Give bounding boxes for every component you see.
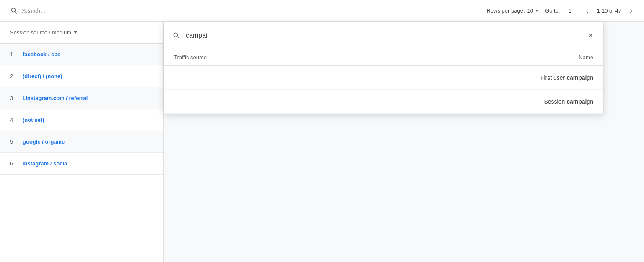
row-number: 6 [10,160,23,167]
next-page-button[interactable]: › [628,5,634,17]
rows-per-page: Rows per page: 10 [487,8,539,14]
table-row: 2 (direct) / (none) [0,66,163,87]
top-bar: Search... Rows per page: 10 Go to: ‹ 1-1… [0,0,644,22]
goto-area: Go to: [545,8,577,14]
row-value[interactable]: (direct) / (none) [23,73,62,79]
row-number: 4 [10,117,23,123]
row-value[interactable]: facebook / cpc [23,51,60,58]
result-name-suffix: gn [587,74,593,81]
row-value[interactable]: google / organic [23,139,65,145]
search-icon [10,7,18,15]
dropdown-results: First user campaign Session campaign [164,66,603,114]
result-name-bold: campai [566,74,587,81]
row-number: 3 [10,95,23,101]
goto-input[interactable] [562,8,577,14]
row-number: 2 [10,73,23,79]
row-value[interactable]: (not set) [23,117,44,123]
dropdown-search-input[interactable] [186,32,582,39]
row-number: 5 [10,139,23,145]
column-header: Session source / medium [0,22,163,44]
rows-per-page-value: 10 [527,8,533,14]
left-panel: Session source / medium 1 facebook / cpc… [0,22,164,262]
search-area[interactable]: Search... [10,7,45,15]
result-name-bold: campai [566,98,587,105]
prev-page-button[interactable]: ‹ [584,5,590,17]
result-name-prefix: First user [540,74,566,81]
result-row[interactable]: First user campaign [164,66,603,90]
row-value[interactable]: l.instagram.com / referral [23,95,88,101]
close-button[interactable]: × [587,29,595,42]
rows-per-page-chevron-icon [535,10,538,12]
table-row: 6 instagram / social [0,153,163,175]
result-row[interactable]: Session campaign [164,90,603,114]
result-name: Session campaign [544,98,593,105]
rows-per-page-select[interactable]: 10 [527,8,538,14]
rows-per-page-label: Rows per page: [487,8,525,14]
row-value[interactable]: instagram / social [23,160,69,167]
dropdown-panel: × Traffic source Name First user campaig… [164,22,604,114]
result-name-suffix: gn [587,98,593,105]
pagination-area: Rows per page: 10 Go to: ‹ 1-10 of 47 › [487,5,634,17]
dimension-chevron-icon [74,31,77,34]
table-row: 4 (not set) [0,109,163,131]
page-range: 1-10 of 47 [597,8,621,14]
goto-label: Go to: [545,8,560,14]
dimension-selector[interactable]: Session source / medium [10,29,77,36]
result-name: First user campaign [540,74,593,81]
table-body: 1 facebook / cpc 2 (direct) / (none) 3 l… [0,44,163,175]
col-traffic-source-header: Traffic source [174,54,207,60]
row-number: 1 [10,51,23,58]
dropdown-search-bar: × [164,22,603,49]
table-row: 1 facebook / cpc [0,44,163,66]
dimension-label: Session source / medium [10,29,71,36]
main-content: Session source / medium 1 facebook / cpc… [0,22,644,262]
dropdown-search-icon [172,31,181,40]
col-name-header: Name [579,54,593,60]
result-name-prefix: Session [544,98,566,105]
search-placeholder-text: Search... [22,8,45,14]
dropdown-table-header: Traffic source Name [164,49,603,66]
table-row: 5 google / organic [0,131,163,153]
table-row: 3 l.instagram.com / referral [0,87,163,109]
